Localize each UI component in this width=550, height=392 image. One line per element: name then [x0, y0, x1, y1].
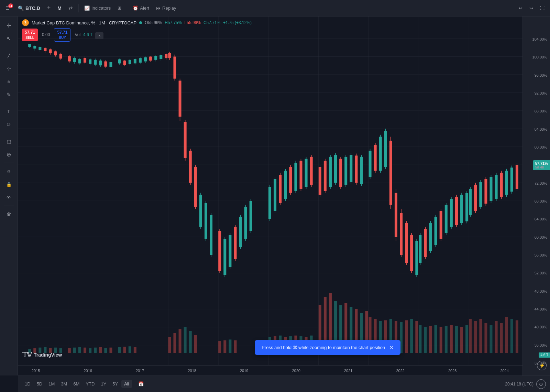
emoji-tool[interactable]: ☺ — [3, 118, 15, 131]
ruler-tool[interactable]: ⬚ — [3, 135, 15, 148]
svg-rect-98 — [479, 319, 482, 353]
chart-svg-container[interactable] — [18, 17, 522, 365]
timeframe-5d[interactable]: 5D — [34, 380, 45, 388]
svg-rect-36 — [78, 347, 81, 353]
svg-rect-227 — [369, 151, 372, 177]
buy-price: 57.71 — [57, 30, 67, 35]
svg-rect-117 — [54, 51, 57, 55]
menu-button[interactable]: ☰ 11 — [3, 4, 12, 12]
compare-button[interactable]: ⇄ — [66, 4, 76, 13]
svg-rect-141 — [123, 61, 126, 65]
drawing-icon: ✎ — [7, 91, 11, 98]
svg-rect-50 — [184, 327, 187, 353]
svg-rect-102 — [500, 323, 503, 353]
timeframe-ytd[interactable]: YTD — [83, 380, 97, 388]
price-label-40: 40.00% — [526, 325, 547, 329]
svg-rect-85 — [415, 321, 418, 353]
svg-rect-199 — [289, 167, 292, 193]
eye-tool[interactable]: 👁 — [3, 191, 15, 204]
svg-rect-191 — [268, 187, 271, 219]
lightning-button[interactable]: ⚡ — [537, 361, 547, 370]
settings-button[interactable]: ⊙ — [536, 379, 546, 389]
svg-rect-37 — [84, 348, 86, 353]
svg-rect-123 — [73, 58, 76, 62]
fib-icon: ≋ — [7, 79, 10, 84]
alert-clock-icon: ⏰ — [133, 6, 138, 11]
price-label-52: 52.00% — [526, 271, 547, 275]
drawing-tool[interactable]: ✎ — [3, 88, 15, 101]
price-badges: 57.71 SELL 0.00 57.71 BUY Vol 4.6 T ∧ — [22, 28, 546, 42]
search-icon: 🔍 — [18, 6, 24, 11]
timeframe-5y[interactable]: 5Y — [110, 380, 121, 388]
timeframe-1m[interactable]: 1M — [46, 380, 57, 388]
timeframe-button[interactable]: M — [55, 4, 64, 12]
svg-rect-253 — [434, 217, 437, 245]
zoom-tool[interactable]: ⊕ — [3, 148, 15, 161]
layouts-button[interactable]: ⊞ — [115, 4, 124, 12]
svg-rect-251 — [429, 223, 432, 251]
timeframe-1y[interactable]: 1Y — [98, 380, 109, 388]
svg-rect-261 — [455, 197, 458, 225]
svg-rect-241 — [405, 223, 408, 263]
indicators-button[interactable]: 📈 Indicators — [81, 4, 113, 12]
fib-tool[interactable]: ≋ — [3, 75, 15, 88]
tradingview-logo: 𝕋𝕍 TradingView — [22, 351, 62, 359]
fullscreen-icon: ⛶ — [540, 6, 544, 11]
price-label-72: 72.00% — [526, 181, 547, 185]
text-tool[interactable]: T — [3, 105, 15, 118]
svg-rect-129 — [89, 59, 91, 64]
add-symbol-button[interactable]: + — [44, 3, 54, 13]
fullscreen-button[interactable]: ⛶ — [537, 4, 547, 12]
sell-badge[interactable]: 57.71 SELL — [22, 29, 38, 41]
trendline-tool[interactable]: ╱ — [3, 49, 15, 62]
svg-rect-269 — [474, 185, 477, 211]
svg-rect-215 — [334, 155, 337, 183]
alert-label: Alert — [140, 6, 149, 11]
vol-val: 4.6 T — [83, 32, 92, 37]
svg-rect-225 — [360, 157, 363, 184]
buy-badge[interactable]: 57.71 BUY — [54, 28, 70, 42]
svg-rect-137 — [109, 62, 112, 67]
replay-button[interactable]: ⏮ Replay — [153, 4, 179, 12]
redo-button[interactable]: ↪ — [527, 4, 536, 12]
trash-tool[interactable]: 🗑 — [3, 208, 15, 220]
indicators-chart-icon: 📈 — [84, 6, 90, 11]
svg-rect-245 — [415, 241, 418, 275]
svg-rect-49 — [179, 329, 182, 353]
lock-tool[interactable]: 🔒 — [3, 178, 15, 190]
symbol-search-button[interactable]: 🔍 BTC.D — [15, 4, 43, 12]
plus-icon: + — [47, 4, 51, 12]
current-price-time: 5d 4h — [535, 165, 548, 169]
price-axis: 104.00% 100.00% 96.00% 92.00% 88.00% 84.… — [522, 17, 550, 375]
svg-rect-219 — [344, 157, 347, 185]
pointer-tool[interactable]: ↖ — [3, 32, 15, 45]
price-label-104: 104.00% — [526, 37, 547, 41]
svg-rect-54 — [223, 340, 226, 353]
undo-button[interactable]: ↩ — [516, 4, 525, 12]
timeframe-all[interactable]: All — [121, 380, 132, 388]
magnet-tool[interactable]: ⌾ — [3, 165, 15, 177]
svg-rect-257 — [445, 205, 448, 233]
crosshair-tool[interactable]: ✛ — [3, 19, 15, 32]
shapes-tool[interactable]: ⊹ — [3, 62, 15, 75]
svg-rect-239 — [400, 213, 403, 255]
chart-svg — [18, 17, 522, 365]
svg-rect-279 — [500, 173, 503, 197]
eye-icon: 👁 — [7, 195, 11, 200]
alert-button[interactable]: ⏰ Alert — [130, 4, 152, 12]
chart-area[interactable]: ₿ Market Cap BTC Dominance, % · 1M · CRY… — [18, 17, 550, 375]
zoom-notification-close[interactable]: ✕ — [389, 344, 394, 351]
timeframe-3m[interactable]: 3M — [58, 380, 70, 388]
svg-rect-265 — [465, 193, 468, 221]
svg-rect-161 — [173, 57, 176, 79]
svg-rect-43 — [118, 347, 121, 353]
lock-icon: 🔒 — [6, 182, 12, 187]
calendar-button[interactable]: 📅 — [135, 380, 146, 388]
svg-rect-181 — [229, 235, 231, 267]
timeframe-1d[interactable]: 1D — [22, 380, 33, 388]
collapse-button[interactable]: ∧ — [95, 32, 103, 39]
calendar-icon: 📅 — [138, 381, 144, 386]
timeframe-6m[interactable]: 6M — [70, 380, 82, 388]
buy-label: BUY — [57, 35, 67, 40]
svg-rect-34 — [68, 348, 71, 353]
